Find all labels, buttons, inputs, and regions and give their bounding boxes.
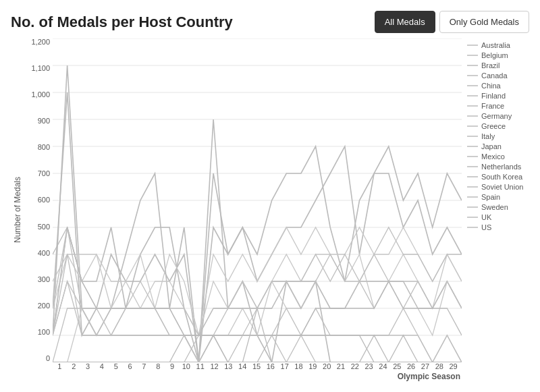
legend-item-finland: Finland [467,92,529,100]
legend-item-japan: Japan [467,142,529,150]
line-brazil [53,335,462,362]
all-medals-button[interactable]: All Medals [375,11,435,33]
legend-line-spain [467,196,478,198]
legend-item-south-korea: South Korea [467,173,529,181]
x-tick-28: 28 [432,362,446,370]
legend-label-uk: UK [481,213,491,221]
x-tick-5: 5 [109,362,123,370]
y-tick-1200: 1,200 [24,38,53,46]
line-china [53,227,462,362]
legend-label-spain: Spain [481,193,500,201]
legend-item-china: China [467,82,529,90]
line-france [53,254,462,335]
legend-item-france: France [467,102,529,110]
x-tick-16: 16 [263,362,277,370]
legend-line-soviet-union [467,186,478,188]
plot-area: 1,200 1,100 1,000 900 800 700 600 500 40… [24,38,462,362]
y-tick-0: 0 [24,355,53,362]
x-tick-29: 29 [446,362,460,370]
x-tick-13: 13 [221,362,236,370]
line-netherlands [53,281,462,362]
x-tick-9: 9 [165,362,180,370]
legend-line-finland [467,95,478,96]
x-tick-8: 8 [151,362,165,370]
legend-item-spain: Spain [467,193,529,201]
legend-line-australia [467,45,478,46]
legend-line-france [467,105,478,107]
legend-label-finland: Finland [481,92,506,100]
legend-line-germany [467,115,478,117]
y-tick-900: 900 [24,117,53,125]
x-tick-25: 25 [390,362,404,370]
x-tick-21: 21 [334,362,348,370]
line-sweden [53,227,462,362]
line-greece [53,227,462,362]
legend-item-soviet-union: Soviet Union [467,183,529,191]
legend-label-soviet-union: Soviet Union [481,183,523,191]
x-tick-12: 12 [207,362,221,370]
legend-item-netherlands: Netherlands [467,163,529,171]
chart-body: Number of Medals 1,200 1,100 1,000 900 8… [11,38,529,381]
plot-area-wrapper: 1,200 1,100 1,000 900 800 700 600 500 40… [24,38,462,381]
x-tick-26: 26 [404,362,418,370]
legend-line-us [467,227,478,228]
legend-label-australia: Australia [481,41,510,49]
legend-item-belgium: Belgium [467,51,529,59]
x-tick-7: 7 [137,362,151,370]
x-tick-19: 19 [306,362,320,370]
line-soviet [53,65,462,362]
chart-title: No. of Medals per Host Country [11,13,233,31]
x-tick-15: 15 [250,362,264,370]
legend-line-south-korea [467,176,478,177]
y-axis-label: Number of Medals [11,38,24,381]
x-tick-23: 23 [362,362,376,370]
legend-label-belgium: Belgium [481,51,508,59]
legend-item-mexico: Mexico [467,152,529,161]
legend-label-sweden: Sweden [481,203,508,211]
legend-label-canada: Canada [481,72,508,80]
y-tick-600: 600 [24,196,53,204]
legend-label-france: France [481,102,504,110]
x-tick-20: 20 [320,362,334,370]
y-tick-1100: 1,100 [24,65,53,72]
y-tick-400: 400 [24,250,53,257]
y-tick-700: 700 [24,170,53,177]
header-row: No. of Medals per Host Country All Medal… [11,11,529,33]
chart-svg [24,38,462,362]
legend-line-greece [467,125,478,127]
legend-line-canada [467,75,478,76]
legend-line-china [467,85,478,86]
gold-medals-button[interactable]: Only Gold Medals [439,11,529,33]
legend-item-greece: Greece [467,122,529,130]
legend-item-us: US [467,223,529,231]
legend-label-japan: Japan [481,142,502,150]
x-tick-2: 2 [67,362,81,370]
y-tick-1000: 1,000 [24,91,53,99]
legend-label-germany: Germany [481,112,512,120]
x-tick-17: 17 [277,362,292,370]
legend-label-greece: Greece [481,122,506,130]
y-tick-200: 200 [24,302,53,310]
x-tick-18: 18 [292,362,306,370]
legend-line-mexico [467,156,478,157]
x-tick-1: 1 [53,362,67,370]
legend-item-sweden: Sweden [467,203,529,211]
legend-item-canada: Canada [467,72,529,80]
btn-group: All Medals Only Gold Medals [375,11,529,33]
x-tick-6: 6 [123,362,137,370]
x-tick-24: 24 [376,362,390,370]
x-axis-title: Olympic Season [24,372,462,381]
legend: Australia Belgium Brazil Canada [462,38,529,381]
y-tick-800: 800 [24,144,53,151]
x-tick-4: 4 [94,362,109,370]
legend-item-uk: UK [467,213,529,221]
x-tick-11: 11 [193,362,207,370]
legend-label-mexico: Mexico [481,152,505,161]
x-tick-14: 14 [236,362,250,370]
chart-container: No. of Medals per Host Country All Medal… [0,0,540,392]
legend-item-brazil: Brazil [467,61,529,69]
line-finland [53,227,462,362]
plot-and-legend: 1,200 1,100 1,000 900 800 700 600 500 40… [24,38,529,381]
legend-label-south-korea: South Korea [481,173,522,181]
legend-line-italy [467,136,478,137]
